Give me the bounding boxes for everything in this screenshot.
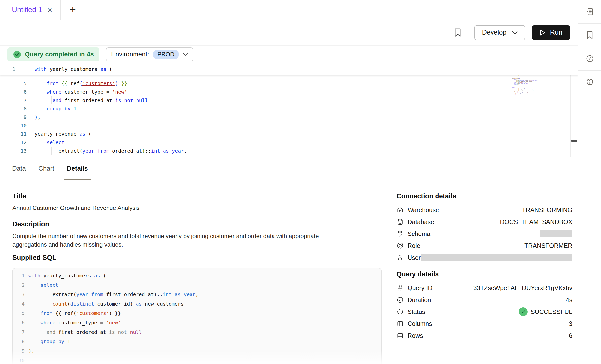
line-number: 5 (0, 79, 27, 88)
hash-icon (396, 284, 404, 292)
title-value: Annual Customer Growth and Revenue Analy… (12, 205, 387, 211)
detail-row: WarehouseTRANSFORMING (396, 204, 572, 216)
run-label: Run (550, 29, 562, 36)
editor-line[interactable]: 9), (0, 113, 578, 121)
redacted-value (540, 230, 572, 237)
role-icon (396, 242, 404, 249)
detail-value: SUCCESSFUL (531, 308, 572, 315)
editor-line[interactable]: 12 select (0, 138, 578, 147)
rail-button-notebook[interactable] (578, 0, 601, 24)
line-number: 4 (13, 299, 25, 309)
new-tab-button[interactable]: + (61, 0, 85, 20)
tab-untitled-1[interactable]: Untitled 1 × (0, 0, 61, 20)
detail-label: Columns (408, 320, 432, 327)
editor-line[interactable]: 8 group by 1 (0, 104, 578, 113)
query-details-section: Query details Query ID33TZseWpe1ALFDUYer… (396, 270, 572, 341)
notebook-icon (586, 7, 594, 16)
query-status-text: Query completed in 4s (25, 51, 94, 58)
detail-label: Query ID (408, 285, 432, 292)
line-number: 9 (13, 346, 25, 356)
line-number: 1 (13, 271, 25, 280)
editor-sticky-line[interactable]: 1 with yearly_customers as ( (0, 63, 578, 75)
main-column: Untitled 1 × + Develop Run (0, 0, 578, 364)
bookmark-icon (586, 31, 594, 39)
plus-icon: + (70, 4, 76, 16)
detail-label: Role (408, 242, 420, 249)
line-number: 6 (0, 88, 27, 96)
detail-value: TRANSFORMER (524, 242, 572, 249)
environment-value-chip: PROD (153, 50, 179, 59)
tab-details[interactable]: Details (64, 157, 91, 180)
connection-details-section: Connection details WarehouseTRANSFORMING… (396, 192, 572, 263)
detail-label: Database (408, 218, 434, 226)
sql-line: 1with yearly_customers as ( (13, 271, 381, 280)
detail-row: User (396, 252, 572, 263)
rows-icon (396, 332, 404, 339)
rail-button-bookmark[interactable] (578, 24, 601, 47)
detail-row: StatusSUCCESSFUL (396, 306, 572, 318)
line-number: 8 (13, 337, 25, 346)
line-code: where customer_type = 'new' (35, 88, 127, 96)
title-heading: Title (12, 192, 387, 200)
rail-button-lineage[interactable] (578, 71, 601, 94)
sticky-line-code: with yearly_customers as ( (35, 66, 112, 72)
editor-line[interactable]: 11yearly_revenue as ( (0, 130, 578, 138)
supplied-sql-code-block: 1with yearly_customers as (2 select3 ext… (12, 268, 382, 364)
line-number: 3 (13, 290, 25, 299)
line-number: 7 (0, 96, 27, 104)
run-button[interactable]: Run (532, 25, 570, 40)
sql-editor[interactable]: 1 with yearly_customers as ( 5 from {{ r… (0, 63, 578, 157)
right-icon-rail (578, 0, 601, 364)
sql-line: 2 select (13, 280, 381, 290)
detail-value: 4s (566, 296, 572, 304)
environment-label: Environment: (111, 51, 149, 58)
editor-line[interactable]: 13 extract(year from ordered_at)::int as… (0, 147, 578, 155)
sql-line: 6 where customer_type = 'new' (13, 318, 381, 327)
editor-line[interactable]: 10 (0, 121, 578, 130)
detail-label: Warehouse (408, 207, 439, 214)
editor-scrollbar-track (570, 63, 571, 157)
environment-selector[interactable]: Environment: PROD (106, 47, 194, 61)
tab-data[interactable]: Data (9, 157, 28, 180)
editor-line[interactable]: 7 and first_ordered_at is not null (0, 96, 578, 104)
develop-label: Develop (482, 29, 506, 36)
details-panel: Title Annual Customer Growth and Revenue… (0, 180, 578, 364)
editor-line[interactable]: 5 from {{ ref('customers') }} (0, 79, 578, 88)
line-code: select (35, 138, 64, 147)
detail-label: Rows (408, 332, 423, 339)
schema-icon (396, 230, 404, 237)
sticky-line-number: 1 (12, 66, 15, 72)
user-icon (396, 254, 404, 261)
line-number: 5 (13, 309, 25, 318)
line-code: and first_ordered_at is not null (35, 96, 148, 104)
warehouse-icon (396, 206, 404, 214)
sql-line: 8 group by 1 (13, 337, 381, 346)
rail-button-history[interactable] (578, 47, 601, 71)
check-circle-icon (519, 307, 528, 316)
check-circle-icon (13, 50, 21, 59)
history-icon (586, 54, 594, 63)
chevron-down-icon (183, 53, 188, 56)
close-icon[interactable]: × (47, 6, 52, 14)
status-row: Query completed in 4s Environment: PROD (0, 46, 578, 63)
line-number: 6 (13, 318, 25, 327)
detail-value: DOCS_TEAM_SANDBOX (500, 218, 572, 226)
detail-label: Duration (408, 296, 431, 304)
detail-row: Schema (396, 228, 572, 240)
tab-bar: Untitled 1 × + (0, 0, 578, 20)
develop-button[interactable]: Develop (474, 25, 525, 40)
editor-scrollbar-thumb[interactable] (571, 140, 577, 142)
tab-chart[interactable]: Chart (36, 157, 57, 180)
bookmark-icon[interactable] (452, 27, 463, 38)
toolbar: Develop Run (0, 20, 578, 46)
detail-label: User (408, 254, 421, 261)
editor-line[interactable]: 6 where customer_type = 'new' (0, 88, 578, 96)
details-left-column: Title Annual Customer Growth and Revenue… (0, 180, 387, 364)
detail-row: RoleTRANSFORMER (396, 240, 572, 252)
app-window: Untitled 1 × + Develop Run (0, 0, 601, 364)
query-status-banner: Query completed in 4s (7, 47, 99, 61)
sql-line: 10 (13, 356, 381, 364)
line-code: extract(year from ordered_at)::int as ye… (35, 147, 187, 155)
detail-label: Schema (408, 230, 430, 237)
chevron-down-icon (512, 31, 518, 35)
